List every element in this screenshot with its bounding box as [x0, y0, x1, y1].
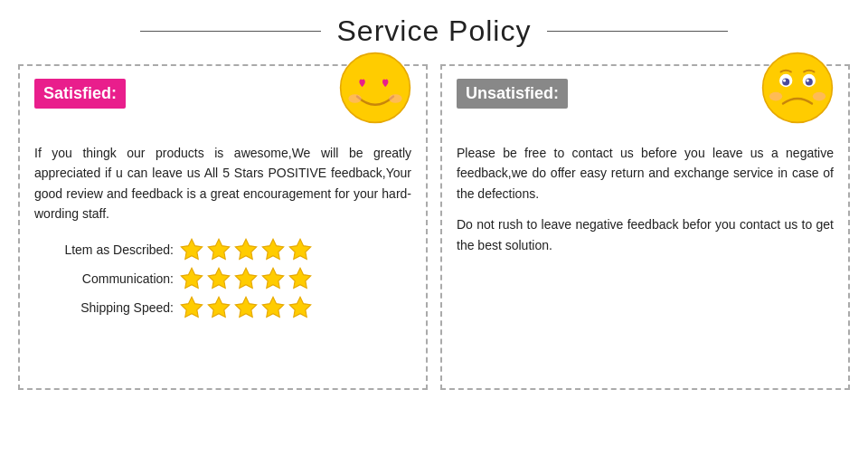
svg-point-2: [389, 94, 401, 103]
star-2: [206, 266, 231, 291]
svg-marker-17: [289, 297, 310, 317]
svg-marker-4: [208, 239, 229, 259]
svg-marker-11: [262, 268, 283, 288]
svg-marker-5: [235, 239, 256, 259]
title-row: Service Policy: [18, 14, 850, 48]
unsatisfied-col: Unsatisfied:: [440, 64, 850, 390]
unsatisfied-text-2: Do not rush to leave negative feedback b…: [457, 214, 834, 255]
svg-point-25: [769, 92, 782, 101]
satisfied-badge: Satisfied:: [34, 79, 126, 109]
svg-point-0: [341, 53, 410, 123]
svg-marker-8: [181, 268, 202, 288]
svg-point-23: [783, 79, 786, 81]
svg-marker-9: [208, 268, 229, 288]
star-5: [288, 266, 313, 291]
item-described-stars: [179, 237, 313, 262]
svg-marker-16: [262, 297, 283, 317]
communication-stars: [179, 266, 313, 291]
star-4: [260, 295, 286, 320]
svg-point-21: [782, 79, 789, 86]
svg-point-26: [813, 92, 826, 101]
svg-marker-15: [235, 297, 256, 317]
svg-point-24: [807, 79, 809, 81]
star-3: [233, 295, 259, 320]
satisfied-emoji: [339, 52, 411, 134]
star-4: [260, 266, 286, 291]
star-row-item: Ltem as Described:: [34, 237, 411, 262]
svg-point-22: [806, 79, 813, 86]
page: Service Policy Satisfied:: [0, 0, 868, 456]
star-row-communication: Communication:: [34, 266, 411, 291]
star-row-shipping: Shipping Speed:: [34, 295, 411, 320]
star-1: [179, 295, 204, 320]
unsatisfied-header: Unsatisfied:: [457, 79, 834, 134]
svg-marker-12: [289, 268, 310, 288]
svg-marker-14: [208, 297, 229, 317]
unsatisfied-text: Please be free to contact us before you …: [457, 143, 834, 255]
unsatisfied-emoji: [761, 52, 834, 134]
columns: Satisfied:: [18, 64, 850, 390]
shipping-stars: [179, 295, 313, 320]
satisfied-text: If you thingk our products is awesome,We…: [34, 143, 411, 224]
star-4: [260, 237, 286, 262]
star-1: [179, 237, 204, 262]
satisfied-header: Satisfied:: [34, 79, 411, 134]
star-3: [233, 266, 259, 291]
communication-label: Communication:: [34, 271, 179, 286]
star-3: [233, 237, 259, 262]
star-2: [206, 237, 231, 262]
svg-marker-3: [181, 239, 202, 259]
svg-point-18: [763, 53, 833, 123]
unsatisfied-text-1: Please be free to contact us before you …: [457, 143, 834, 204]
svg-point-1: [348, 94, 361, 103]
item-described-label: Ltem as Described:: [34, 242, 179, 257]
title-line-right: [547, 31, 728, 32]
svg-marker-6: [262, 239, 283, 259]
svg-marker-10: [235, 268, 256, 288]
shipping-label: Shipping Speed:: [34, 300, 179, 315]
svg-marker-7: [289, 239, 310, 259]
svg-marker-13: [181, 297, 202, 317]
star-5: [288, 295, 313, 320]
star-5: [288, 237, 313, 262]
satisfied-stars-section: Ltem as Described: Communication:: [34, 237, 411, 320]
star-2: [206, 295, 231, 320]
satisfied-col: Satisfied:: [18, 64, 428, 390]
title-line-left: [140, 31, 321, 32]
unsatisfied-badge: Unsatisfied:: [457, 79, 568, 109]
page-title: Service Policy: [337, 14, 532, 48]
star-1: [179, 266, 204, 291]
